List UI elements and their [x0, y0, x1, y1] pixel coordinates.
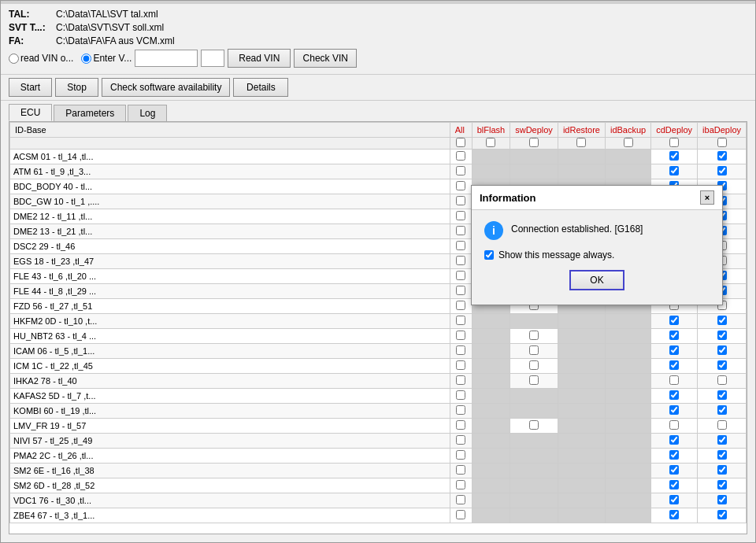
dialog-body: i Connection established. [G168] Show th… [472, 210, 722, 305]
vin-row: read VIN o... Enter V... 4 Read VIN Chec… [9, 49, 747, 68]
information-dialog: Information × i Connection established. … [471, 185, 723, 305]
tal-label: TAL: [9, 9, 56, 20]
dialog-close-button[interactable]: × [700, 190, 714, 205]
check-vin-button[interactable]: Check VIN [294, 49, 357, 68]
message-row: i Connection established. [G168] [484, 221, 710, 240]
tab-ecu[interactable]: ECU [9, 104, 52, 121]
svt-row: SVT T...: C:\Data\SVT\SVT soll.xml [9, 22, 747, 33]
show-always-checkbox[interactable] [484, 250, 494, 260]
ok-button[interactable]: OK [569, 270, 624, 290]
ecu-table-area: ID-Base All blFlash swDeploy idRestore i… [9, 121, 747, 534]
stop-button[interactable]: Stop [55, 78, 98, 97]
modal-overlay: Information × i Connection established. … [9, 122, 747, 534]
check-software-button[interactable]: Check software availability [102, 78, 230, 97]
details-button[interactable]: Details [233, 78, 288, 97]
show-always-label: Show this message always. [498, 249, 614, 260]
tal-value: C:\Data\TAL\SVT tal.xml [56, 9, 158, 20]
fa-row: FA: C:\Data\FA\FA aus VCM.xml [9, 35, 747, 46]
radio-enter-vin-input[interactable] [81, 54, 91, 64]
dialog-message: Connection established. [G168] [511, 221, 643, 235]
dialog-footer: OK [484, 270, 710, 297]
tab-parameters[interactable]: Parameters [54, 105, 126, 121]
toolbar: Start Stop Check software availability D… [1, 74, 755, 101]
dialog-titlebar: Information × [472, 186, 722, 210]
info-icon: i [484, 221, 503, 240]
tab-bar: ECU Parameters Log [1, 101, 755, 121]
svt-label: SVT T...: [9, 22, 56, 33]
radio-read-vin[interactable]: read VIN o... [9, 53, 73, 64]
fa-value: C:\Data\FA\FA aus VCM.xml [56, 35, 175, 46]
vin-number-input[interactable]: 4 [201, 50, 224, 67]
radio-read-vin-input[interactable] [9, 54, 19, 64]
start-button[interactable]: Start [9, 78, 52, 97]
show-always-row: Show this message always. [484, 249, 710, 260]
info-section: TAL: C:\Data\TAL\SVT tal.xml SVT T...: C… [1, 4, 755, 74]
fa-label: FA: [9, 35, 56, 46]
radio-enter-vin[interactable]: Enter V... [81, 53, 132, 64]
tal-row: TAL: C:\Data\TAL\SVT tal.xml [9, 9, 747, 20]
svt-value: C:\Data\SVT\SVT soll.xml [56, 22, 164, 33]
tab-log[interactable]: Log [128, 105, 167, 121]
main-window: TAL: C:\Data\TAL\SVT tal.xml SVT T...: C… [0, 0, 756, 543]
vin-text-input[interactable] [135, 50, 198, 67]
read-vin-button[interactable]: Read VIN [228, 49, 291, 68]
dialog-title: Information [480, 192, 536, 204]
